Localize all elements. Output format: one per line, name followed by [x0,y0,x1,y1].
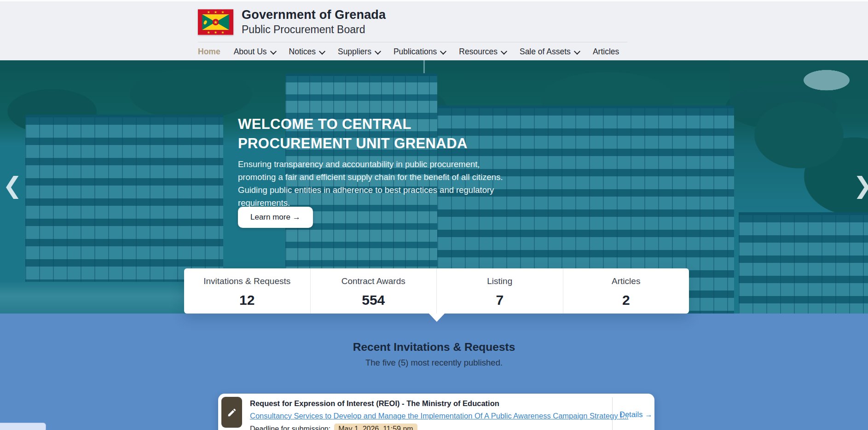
hero-title: WELCOME TO CENTRAL PROCUREMENT UNIT GREN… [238,115,509,153]
chevron-down-icon [440,48,446,54]
chevron-down-icon [375,48,381,54]
stat-label: Listing [487,276,512,286]
invitation-category: Request for Expression of Interest (REOI… [250,398,609,409]
svg-text:★: ★ [221,10,224,14]
card-divider [612,397,613,430]
nav-label: About Us [234,47,267,57]
nav-item-resources[interactable]: Resources [459,47,506,57]
header-divider [198,42,627,42]
carousel-next-icon[interactable]: ❯ [853,174,868,197]
invitation-deadline-row: Deadline for submission: May 1, 2026, 11… [250,424,609,430]
chevron-down-icon [501,48,507,54]
site-header: ★ ★ ★ ★ ★ ★ ★ Government of Grenada Publ… [0,0,868,60]
nav-label: Home [198,47,220,57]
chevron-down-icon [574,48,580,54]
page: ★ ★ ★ ★ ★ ★ ★ Government of Grenada Publ… [0,0,868,430]
stat-label: Invitations & Requests [203,276,290,286]
svg-text:★: ★ [221,30,224,35]
nav-item-about-us[interactable]: About Us [234,47,276,57]
recent-heading: Recent Invitations & Requests [0,341,868,354]
stat-value: 12 [239,292,255,308]
invitation-body: Request for Expression of Interest (REOI… [250,398,609,430]
nav-item-notices[interactable]: Notices [289,47,324,57]
stats-bar: Invitations & Requests 12 Contract Award… [184,268,689,314]
link-preview-tooltip [0,423,46,430]
svg-text:★: ★ [214,10,217,14]
grenada-flag-logo: ★ ★ ★ ★ ★ ★ ★ [198,9,233,35]
details-link[interactable]: Details → [619,410,652,419]
nav-label: Notices [289,47,316,57]
svg-text:★: ★ [214,30,217,35]
deadline-label: Deadline for submission: [250,425,330,430]
hero-description: Ensuring transparency and accountability… [238,158,509,209]
nav-item-publications[interactable]: Publications [393,47,446,57]
invitation-card: Request for Expression of Interest (REOI… [218,394,654,430]
stat-articles: Articles 2 [563,268,689,314]
svg-text:★: ★ [207,10,210,14]
recent-invitations-section: Recent Invitations & Requests The five (… [0,314,868,430]
brand-title: Government of Grenada [242,8,386,22]
svg-text:★: ★ [214,19,218,25]
stat-listing: Listing 7 [436,268,563,314]
stat-invitations-requests: Invitations & Requests 12 [184,268,310,314]
nav-label: Resources [459,47,498,57]
brand: ★ ★ ★ ★ ★ ★ ★ Government of Grenada Publ… [198,8,386,36]
nav-item-suppliers[interactable]: Suppliers [338,47,380,57]
pencil-icon [221,397,242,428]
svg-text:★: ★ [207,30,210,35]
nav-item-sale-of-assets[interactable]: Sale of Assets [520,47,579,57]
invitation-title-link[interactable]: Consultancy Services to Develop and Mana… [250,412,628,420]
nav-label: Publications [393,47,437,57]
stat-value: 7 [496,292,503,308]
brand-subtitle: Public Procurement Board [242,23,386,36]
nav-label: Articles [593,47,619,57]
stat-contract-awards: Contract Awards 554 [310,268,437,314]
stat-label: Contract Awards [341,276,405,286]
stat-value: 554 [362,292,385,308]
stat-value: 2 [622,292,630,308]
brand-text: Government of Grenada Public Procurement… [242,8,386,36]
deadline-badge: May 1, 2026, 11:59 pm [334,424,417,430]
main-nav: Home About Us Notices Suppliers Publicat… [198,47,619,57]
nav-label: Suppliers [338,47,371,57]
learn-more-button[interactable]: Learn more → [238,207,313,228]
chevron-down-icon [319,48,325,54]
nav-item-articles[interactable]: Articles [593,47,619,57]
nav-item-home[interactable]: Home [198,47,220,57]
nav-label: Sale of Assets [520,47,571,57]
stats-bar-notch [429,314,445,322]
carousel-prev-icon[interactable]: ❮ [3,174,22,197]
chevron-down-icon [270,48,277,54]
stat-label: Articles [612,276,640,286]
recent-subheading: The five (5) most recently published. [0,358,868,368]
